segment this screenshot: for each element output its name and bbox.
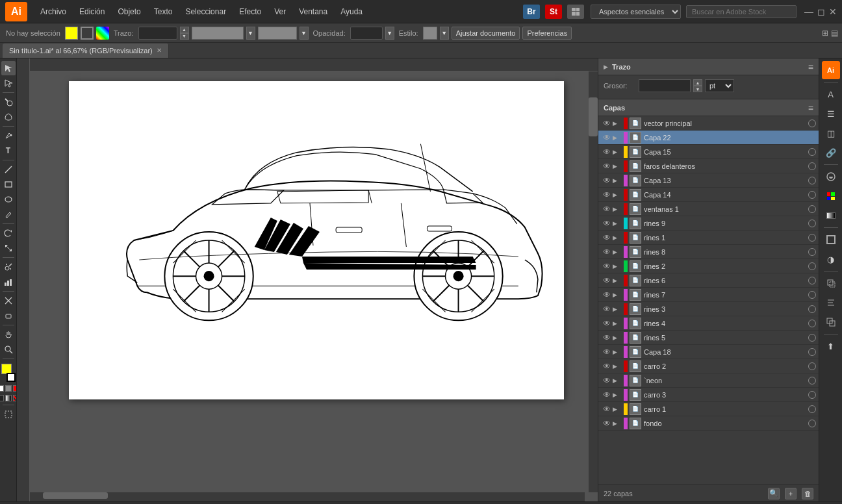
- layer-expand-arrow[interactable]: ▶: [613, 134, 622, 141]
- trazo-up[interactable]: ▲: [180, 27, 189, 33]
- menu-archivo[interactable]: Archivo: [35, 5, 71, 19]
- opacidad-input[interactable]: 25%: [350, 27, 383, 40]
- layer-expand-arrow[interactable]: ▶: [613, 420, 622, 427]
- lasso-tool[interactable]: [1, 110, 16, 124]
- layer-row[interactable]: 👁 ▶ 📄 fondo: [598, 416, 819, 431]
- stroke-style-dropdown[interactable]: ▼: [246, 27, 255, 40]
- layer-expand-arrow[interactable]: ▶: [613, 334, 622, 341]
- symbol-sprayer-tool[interactable]: [1, 260, 16, 274]
- grid-button[interactable]: [567, 5, 584, 19]
- layer-target-circle[interactable]: [808, 148, 816, 156]
- layer-visibility-toggle[interactable]: 👁: [601, 360, 613, 372]
- layer-visibility-toggle[interactable]: 👁: [601, 118, 613, 129]
- layer-row[interactable]: 👁 ▶ 📄 rines 9: [598, 216, 819, 231]
- layer-row[interactable]: 👁 ▶ 📄 Capa 22: [598, 131, 819, 145]
- layer-visibility-toggle[interactable]: 👁: [601, 260, 613, 272]
- layer-visibility-toggle[interactable]: 👁: [601, 375, 613, 386]
- layer-row[interactable]: 👁 ▶ 📄 carro 3: [598, 388, 819, 402]
- layer-row[interactable]: 👁 ▶ 📄 rines 8: [598, 245, 819, 259]
- stroke-dash-dropdown[interactable]: ▼: [300, 27, 309, 40]
- fill-color-swatch[interactable]: [65, 27, 78, 40]
- layer-target-circle[interactable]: [808, 362, 816, 370]
- stock-button[interactable]: St: [545, 5, 562, 19]
- stroke-panel-icon[interactable]: [822, 231, 840, 249]
- layer-target-circle[interactable]: [808, 191, 816, 199]
- artboard[interactable]: [69, 81, 564, 399]
- layer-target-circle[interactable]: [808, 377, 816, 384]
- vertical-scrollbar[interactable]: [589, 71, 598, 492]
- layer-expand-arrow[interactable]: ▶: [613, 277, 622, 284]
- hand-tool[interactable]: [1, 327, 16, 342]
- layer-target-circle[interactable]: [808, 334, 816, 342]
- layer-row[interactable]: 👁 ▶ 📄 rines 2: [598, 259, 819, 273]
- layer-target-circle[interactable]: [808, 134, 816, 142]
- layer-expand-arrow[interactable]: ▶: [613, 206, 622, 212]
- layer-expand-arrow[interactable]: ▶: [613, 192, 622, 198]
- libraries-icon[interactable]: ☰: [822, 105, 840, 123]
- menu-seleccionar[interactable]: Seleccionar: [180, 5, 231, 19]
- menu-efecto[interactable]: Efecto: [234, 5, 266, 19]
- default-color-icon[interactable]: [5, 385, 12, 392]
- ajustar-documento-button[interactable]: Ajustar documento: [452, 27, 520, 40]
- layer-row[interactable]: 👁 ▶ 📄 Capa 13: [598, 173, 819, 188]
- minimize-icon[interactable]: —: [804, 6, 813, 17]
- layer-target-circle[interactable]: [808, 291, 816, 299]
- layer-visibility-toggle[interactable]: 👁: [601, 418, 613, 429]
- menu-edicion[interactable]: Edición: [74, 5, 110, 19]
- layer-target-circle[interactable]: [808, 234, 816, 242]
- stroke-panel-menu[interactable]: ≡: [808, 62, 813, 72]
- layer-expand-arrow[interactable]: ▶: [613, 377, 622, 384]
- layer-row[interactable]: 👁 ▶ 📄 rines 6: [598, 273, 819, 288]
- grosor-unit-select[interactable]: pt px mm: [705, 79, 734, 92]
- layer-expand-arrow[interactable]: ▶: [613, 392, 622, 398]
- export-icon[interactable]: ⬆: [822, 337, 840, 355]
- grosor-up[interactable]: ▲: [693, 79, 702, 86]
- layer-row[interactable]: 👁 ▶ 📄 `neon: [598, 373, 819, 388]
- layer-visibility-toggle[interactable]: 👁: [601, 218, 613, 229]
- scale-tool[interactable]: [1, 241, 16, 255]
- add-layer-button[interactable]: +: [785, 488, 797, 499]
- panel-icon[interactable]: ▤: [831, 29, 838, 38]
- menu-ayuda[interactable]: Ayuda: [335, 5, 368, 19]
- ai-tools-icon[interactable]: Ai: [822, 61, 840, 79]
- opacidad-dropdown[interactable]: ▼: [385, 27, 394, 40]
- direct-selection-tool[interactable]: [1, 76, 16, 90]
- restore-icon[interactable]: ◻: [817, 6, 825, 17]
- column-graph-tool[interactable]: [1, 275, 16, 289]
- artboard-tool[interactable]: [1, 407, 16, 422]
- document-tab[interactable]: Sin título-1.ai* al 66,67% (RGB/Previsua…: [3, 44, 169, 58]
- search-input[interactable]: [686, 5, 797, 18]
- layer-expand-arrow[interactable]: ▶: [613, 163, 622, 170]
- menu-ventana[interactable]: Ventana: [294, 5, 333, 19]
- properties-icon[interactable]: ◫: [822, 124, 840, 142]
- color-icon[interactable]: [822, 168, 840, 186]
- layer-target-circle[interactable]: [808, 420, 816, 427]
- layer-expand-arrow[interactable]: ▶: [613, 249, 622, 255]
- layer-visibility-toggle[interactable]: 👁: [601, 175, 613, 186]
- line-tool[interactable]: [1, 162, 16, 177]
- layer-expand-arrow[interactable]: ▶: [613, 363, 622, 370]
- stroke-panel-header[interactable]: ▶ Trazo ≡: [598, 58, 819, 75]
- opacity-icon[interactable]: ◑: [822, 250, 840, 268]
- layer-visibility-toggle[interactable]: 👁: [601, 303, 613, 315]
- layer-target-circle[interactable]: [808, 262, 816, 270]
- estilo-dropdown[interactable]: ▼: [440, 27, 449, 40]
- layer-visibility-toggle[interactable]: 👁: [601, 332, 613, 344]
- layer-target-circle[interactable]: [808, 220, 816, 227]
- layer-visibility-toggle[interactable]: 👁: [601, 146, 613, 158]
- trazo-input[interactable]: [138, 27, 177, 40]
- solid-icon[interactable]: [0, 395, 4, 401]
- layer-target-circle[interactable]: [808, 120, 816, 127]
- none-color-icon[interactable]: [0, 385, 4, 392]
- layer-target-circle[interactable]: [808, 248, 816, 256]
- workspace-selector[interactable]: Aspectos esenciales: [591, 5, 681, 19]
- rotate-tool[interactable]: [1, 226, 16, 240]
- layer-expand-arrow[interactable]: ▶: [613, 292, 622, 298]
- layer-expand-arrow[interactable]: ▶: [613, 349, 622, 355]
- layer-row[interactable]: 👁 ▶ 📄 carro 1: [598, 402, 819, 416]
- layer-target-circle[interactable]: [808, 177, 816, 184]
- zoom-tool[interactable]: [1, 342, 16, 357]
- layer-row[interactable]: 👁 ▶ 📄 rines 3: [598, 302, 819, 316]
- pathfinder-icon[interactable]: [822, 313, 840, 331]
- layer-expand-arrow[interactable]: ▶: [613, 149, 622, 155]
